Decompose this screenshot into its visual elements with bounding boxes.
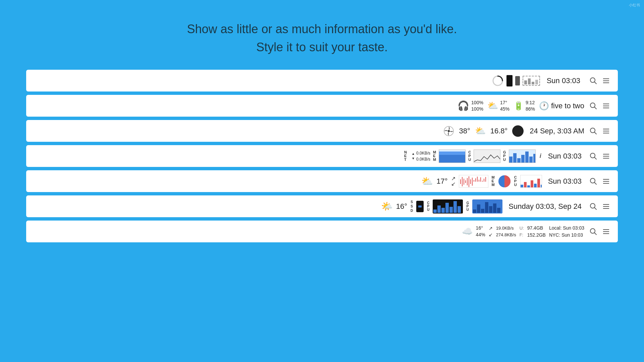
- battery-info: 9:12 86%: [526, 100, 535, 112]
- search-button-7[interactable]: [587, 227, 600, 237]
- svg-rect-71: [441, 208, 445, 213]
- bar-4: NET ▲ ▼ 0.0KB/s 0.0KB/s MEM CPU: [26, 145, 618, 167]
- gpu-blue-graph: [472, 199, 502, 214]
- bar-6: 🌤️ 16° S S D CPU: [26, 195, 618, 217]
- svg-rect-23: [521, 155, 525, 163]
- svg-line-89: [595, 233, 597, 235]
- gpu-label-6: GPU: [466, 201, 469, 212]
- svg-rect-25: [529, 157, 533, 163]
- bar7-net-speeds: 19.0KB/s 274.8KB/s: [496, 225, 516, 238]
- mem-label-5: MEM: [492, 176, 495, 187]
- svg-rect-75: [458, 206, 461, 213]
- bar-7: ☁️ 16° 44% ↗ ↙ 19.0KB/s 274.8KB/s U: F:: [26, 221, 618, 242]
- disk-sizes: 97.4GB 152.2GB: [527, 225, 546, 239]
- search-button-6[interactable]: [587, 201, 600, 212]
- bar7-temp-pct: 16° 44%: [476, 225, 485, 238]
- rect-dashed: [523, 76, 540, 86]
- menu-button-2[interactable]: [600, 101, 612, 111]
- headline-line2: Style it to suit your taste.: [0, 38, 644, 56]
- battery-icon: 🔋: [514, 101, 524, 111]
- menu-button-6[interactable]: [600, 201, 612, 212]
- svg-rect-81: [493, 203, 496, 213]
- uf-labels: U: F:: [520, 225, 524, 238]
- ssd-block: S S D: [411, 200, 413, 213]
- cpu-fan-icon: [443, 126, 454, 136]
- gpu-graph: [509, 149, 536, 163]
- search-button-3[interactable]: [587, 126, 600, 136]
- menu-button-5[interactable]: [600, 176, 612, 186]
- svg-rect-26: [533, 154, 536, 163]
- svg-rect-19: [439, 152, 466, 155]
- svg-rect-76: [473, 209, 476, 213]
- mem-label: MEM: [433, 150, 436, 162]
- headphone-pct: 100% 100%: [471, 100, 483, 112]
- dark-moon-icon: [512, 125, 524, 137]
- svg-rect-82: [497, 208, 500, 213]
- cpu-label-5: CPU: [514, 176, 517, 187]
- svg-rect-62: [537, 179, 540, 188]
- pie-chart: [498, 175, 511, 188]
- search-button-4[interactable]: [587, 151, 600, 161]
- net-block: NET ▲ ▼ 0.0KB/s 0.0KB/s: [404, 150, 430, 162]
- svg-rect-70: [437, 205, 441, 213]
- svg-rect-59: [527, 185, 530, 188]
- menu-button-7[interactable]: [600, 227, 612, 237]
- menu-button-3[interactable]: [600, 126, 612, 136]
- watermark: 小红书: [629, 3, 640, 8]
- search-button-1[interactable]: [587, 76, 600, 86]
- svg-line-7: [595, 107, 597, 109]
- ssd-drive-icon: [416, 201, 424, 212]
- bar5-content: ⛅ 17° ↗ ↙: [421, 175, 584, 188]
- partly-cloudy-icon: ⛅: [421, 176, 433, 187]
- svg-rect-21: [513, 153, 517, 163]
- bar6-content: 🌤️ 16° S S D CPU: [381, 199, 584, 214]
- clock-text: five to two: [551, 102, 584, 110]
- bar1-date: Sun 03:03: [547, 76, 580, 85]
- bar6-temp: 16°: [396, 202, 407, 211]
- search-button-2[interactable]: [587, 101, 600, 111]
- svg-rect-69: [433, 209, 437, 213]
- svg-line-84: [595, 207, 597, 209]
- times-block: Local: Sun 03:03 NYC: Sun 10:03: [549, 225, 584, 239]
- bar5-temp: 17°: [436, 177, 447, 186]
- loading-icon: [492, 75, 504, 87]
- rect-tall: [506, 75, 513, 86]
- svg-rect-77: [477, 204, 480, 213]
- arrows-7: ↗ ↙: [489, 225, 493, 237]
- svg-line-28: [595, 157, 597, 159]
- cpu-mini-graph-5: [520, 175, 542, 188]
- cpu-black-graph: [433, 199, 463, 214]
- rect-medium: [515, 76, 520, 85]
- headphone-icon: 🎧: [458, 100, 469, 111]
- svg-rect-79: [485, 202, 488, 213]
- headline-line1: Show as little or as much information as…: [0, 20, 644, 38]
- weather-temps: 17° 45%: [500, 100, 509, 112]
- bar-2: 🎧 100% 100% ⛅ 17° 45% 🔋 9:12 86%: [26, 95, 618, 117]
- svg-rect-74: [453, 201, 457, 213]
- bar3-datetime: 24 Sep, 3:03 AM: [530, 127, 584, 135]
- waveform-icon: [459, 175, 488, 188]
- net-speeds: 0.0KB/s 0.0KB/s: [416, 150, 430, 162]
- bar-5: ⛅ 17° ↗ ↙: [26, 170, 618, 192]
- mem-graph: [439, 149, 466, 163]
- headline: Show as little or as much information as…: [0, 0, 644, 70]
- svg-rect-72: [445, 203, 449, 213]
- bar6-date: Sunday 03:03, Sep 24: [508, 202, 582, 211]
- bar3-weather-temp: 16.8°: [490, 127, 508, 135]
- bar1-content: Sun 03:03: [492, 75, 584, 87]
- bar7-content: ☁️ 16° 44% ↗ ↙ 19.0KB/s 274.8KB/s U: F:: [462, 225, 584, 239]
- cpu-label: CPU: [468, 150, 471, 162]
- svg-rect-60: [531, 180, 533, 188]
- menu-button-4[interactable]: [600, 151, 612, 161]
- svg-rect-20: [509, 157, 513, 163]
- svg-rect-61: [534, 184, 537, 188]
- svg-rect-22: [517, 158, 521, 163]
- bar-1: Sun 03:03: [26, 70, 618, 92]
- sun-cloud-icon: 🌤️: [381, 201, 393, 212]
- menu-button-1[interactable]: [600, 76, 612, 86]
- search-button-5[interactable]: [587, 176, 600, 186]
- svg-rect-73: [449, 207, 453, 213]
- gpu-label: GPU: [503, 150, 506, 162]
- bar3-cpu-temp: 38°: [459, 127, 470, 135]
- svg-rect-63: [541, 185, 542, 188]
